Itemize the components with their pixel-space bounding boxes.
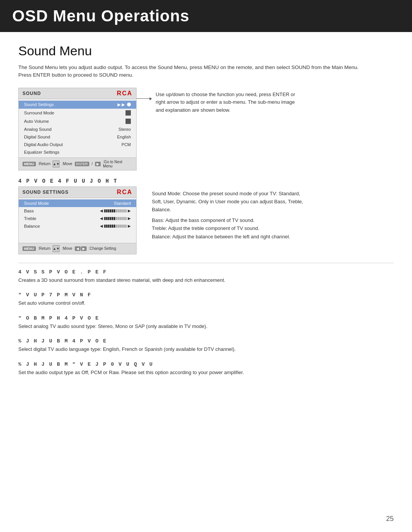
menu-btn[interactable]: MENU [23,162,36,166]
treble-slider: ◀ [100,216,131,220]
ss-item-bass[interactable]: Bass ◀ [19,207,136,215]
item-label: Analog Sound [24,127,119,132]
item-label: Digital Audio Output [24,142,122,147]
digital-output-text: Set the audio output type as Off, PCM or… [18,369,394,376]
surround-heading: 4 V S S P V O E . P E F [18,269,394,275]
item-label: Sound Settings [24,102,117,107]
seg4 [110,209,111,212]
item-label: Balance [24,224,100,228]
ss-balance-text: Balance: Adjust the balance between the … [152,233,308,241]
item-value: Stereo [119,127,131,132]
menu-spacer [19,230,136,238]
page-title: OSD Menu Operations [12,7,400,25]
seg11 [123,225,125,228]
ss-item-balance[interactable]: Balance ◀ [19,222,136,230]
slider-left-arrow: ◀ [100,224,103,228]
slider-track [104,209,127,212]
slider-left-arrow: ◀ [100,216,103,220]
ss-menu-items: Sound Mode Standard Bass ◀ [19,198,136,243]
divider1 [18,263,394,263]
menu-item-sound-settings[interactable]: Sound Settings ▶ ▶ [19,101,136,109]
menu-item-equalizer[interactable]: Equalizer Settings [19,148,136,156]
slider-left-arrow: ◀ [100,209,103,213]
ss-header-title: SOUND SETTINGS [23,190,69,195]
digital-sound-heading: % J H J U B M 4 P V O E [18,338,394,344]
features-container: 4 V S S P V O E . P E F Creates a 3D sou… [18,263,394,376]
seg5 [112,225,113,228]
sound-settings-section: 4 P V O E 4 F U U J O H T SOUND SETTINGS… [18,178,394,254]
item-label: Bass [24,209,100,213]
seg12 [125,209,127,212]
header-bar: OSD Menu Operations [0,0,412,32]
feature-digital-output: % J H J U B M " V E J P 0 V U Q V U Set … [18,362,394,376]
ss-move-arrows[interactable]: ▲▼ [53,245,60,252]
auto-volume-text: Set auto volume control on/off. [18,299,394,307]
item-label: Equalizer Settings [24,150,131,154]
slider-track [104,225,127,228]
move-label: :Move [62,162,72,166]
seg2 [106,217,108,220]
menu-item-surround[interactable]: Surround Mode [19,109,136,117]
seg6 [114,209,115,212]
left-arrow-btn[interactable]: ◀ [75,246,80,251]
seg7 [116,209,117,212]
checkbox-auto-volume [126,119,131,124]
menu-item-auto-volume[interactable]: Auto Volume [19,117,136,125]
ss-menu-footer: MENU :Return ▲▼ :Move ◀ ▶ :Change Settin… [19,243,136,254]
item-value: English [117,135,131,139]
seg1 [104,225,106,228]
seg5 [112,217,113,220]
description-text: Use up/down to choose the function you n… [156,91,301,114]
feature-digital-sound: % J H J U B M 4 P V O E Select digital T… [18,338,394,353]
page-number: 25 [386,515,394,523]
analog-sound-text: Select analog TV audio sound type: Stere… [18,323,394,330]
seg2 [106,209,108,212]
sound-settings-menu-box: SOUND SETTINGS RCA Sound Mode Standard B… [18,186,137,254]
ss-menu-btn[interactable]: MENU [23,246,36,251]
feature-analog-sound: " O B M P H 4 P V O E Select analog TV a… [18,315,394,330]
return-label: :Return [38,162,51,166]
seg2 [106,225,108,228]
seg4 [110,217,111,220]
sound-menu-title: Sound Menu [18,43,394,58]
seg11 [123,217,125,220]
ss-bass-text: Bass: Adjust the bass component of TV so… [152,216,308,224]
seg8 [117,217,119,220]
digital-output-heading: % J H J U B M " V E J P 0 V U Q V U [18,362,394,367]
ss-menu-header: SOUND SETTINGS RCA [19,187,136,198]
seg1 [104,209,106,212]
ss-change-label: :Change Setting [89,246,116,251]
menu-item-analog-sound[interactable]: Analog Sound Stereo [19,125,136,133]
enter-btn[interactable]: ENTER [75,162,90,166]
menu-footer: MENU :Return ▲▼ :Move ENTER / ▶ :Go to N… [19,158,136,170]
menu-items: Sound Settings ▶ ▶ Surround Mode Auto Vo… [19,99,136,158]
item-value: Standard [114,201,131,206]
ss-return-label: :Return [38,246,51,251]
menu-item-digital-audio-output[interactable]: Digital Audio Output PCM [19,141,136,148]
move-arrows[interactable]: ▲▼ [53,161,60,167]
sound-settings-description: Sound Mode: Choose the preset sound mode… [144,186,308,241]
seg9 [119,225,121,228]
feature-surround: 4 V S S P V O E . P E F Creates a 3D sou… [18,269,394,284]
ss-treble-text: Treble: Adjust the treble component of T… [152,224,308,232]
ss-move-label: :Move [62,246,72,251]
ss-item-treble[interactable]: Treble ◀ [19,215,136,222]
seg10 [121,225,123,228]
right-arrow-btn-ss[interactable]: ▶ [81,246,87,251]
checkbox-surround [126,110,131,116]
digital-sound-text: Select digital TV audio language type: E… [18,346,394,353]
seg12 [125,217,127,220]
menu-item-digital-sound[interactable]: Digital Sound English [19,133,136,141]
slider-right-arrow: ▶ [128,224,131,228]
main-content: Sound Menu The Sound Menu lets you adjus… [0,43,412,376]
seg12 [125,225,127,228]
seg3 [108,209,109,212]
ss-rca-logo: RCA [117,189,132,196]
ss-item-sound-mode[interactable]: Sound Mode Standard [19,199,136,207]
feature-auto-volume: " V U P 7 P M V N F Set auto volume cont… [18,292,394,307]
goto-label: :Go to Next Menu [103,160,132,168]
selected-dot [127,103,131,106]
right-arrow-btn[interactable]: ▶ [95,162,101,166]
analog-sound-heading: " O B M P H 4 P V O E [18,315,394,321]
slash-separator: / [92,162,93,166]
